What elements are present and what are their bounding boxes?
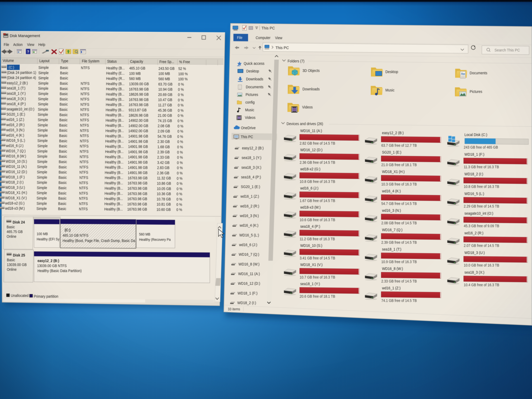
svg-text:SG20_1 (E:): SG20_1 (E:) (382, 150, 401, 154)
svg-text:Computer: Computer (256, 36, 271, 40)
svg-text:Basic: Basic (6, 225, 15, 229)
svg-text:NTFS: NTFS (79, 181, 88, 185)
svg-text:14902.00 GB: 14902.00 GB (128, 129, 148, 133)
svg-text:wd16_4 (K:): wd16_4 (K:) (382, 189, 401, 193)
svg-text:Simple: Simple (37, 191, 47, 195)
svg-text:NTFS: NTFS (79, 170, 88, 174)
svg-text:NTFS: NTFS (81, 81, 90, 86)
svg-text:WD18_X1 (V:): WD18_X1 (V:) (5, 196, 27, 200)
svg-text:View: View (27, 42, 34, 47)
svg-text:NTFS: NTFS (80, 123, 89, 127)
svg-text:0 %: 0 % (178, 108, 184, 113)
svg-text:OneDrive: OneDrive (241, 126, 256, 130)
svg-text:3D Objects: 3D Objects (302, 68, 320, 73)
svg-text:0 %: 0 % (177, 150, 183, 154)
svg-text:Healthy (B...: Healthy (B... (105, 134, 124, 138)
svg-text:NTFS: NTFS (81, 92, 89, 96)
svg-text:10.8 GB free of 16.3 TB: 10.8 GB free of 16.3 TB (300, 179, 335, 184)
svg-text:Search This PC: Search This PC (494, 48, 520, 52)
svg-text:wd16_2 (R:): wd16_2 (R:) (464, 231, 483, 235)
svg-text:wd16_3 (N:): wd16_3 (N:) (240, 213, 259, 218)
svg-text:NTFS: NTFS (81, 66, 90, 70)
svg-text:0 %: 0 % (178, 82, 184, 86)
svg-text:1.67 GB free of 14.5 TB: 1.67 GB free of 14.5 TB (300, 198, 335, 203)
svg-text:10.94 GB: 10.94 GB (158, 87, 172, 91)
svg-text:(C:): (C:) (9, 65, 14, 70)
svg-text:Simple: Simple (38, 102, 48, 106)
svg-text:11.3 GB free of 16.3 TB: 11.3 GB free of 16.3 TB (464, 165, 499, 169)
svg-text:16763.98 GB: 16763.98 GB (129, 102, 148, 107)
svg-text:sea18_1 (Y:): sea18_1 (Y:) (300, 281, 320, 286)
svg-text:Disk 24: Disk 24 (13, 220, 25, 224)
svg-text:NTFS: NTFS (80, 133, 89, 138)
svg-text:NTFS: NTFS (81, 87, 89, 91)
svg-text:Basic: Basic (59, 133, 67, 138)
svg-text:Basic: Basic (59, 165, 67, 169)
svg-text:0 %: 0 % (177, 129, 183, 133)
svg-text:Disk 25: Disk 25 (13, 253, 25, 257)
svg-text:Local Disk (C:): Local Disk (C:) (464, 132, 487, 137)
svg-text:Simple: Simple (37, 175, 47, 179)
svg-text:SG20_1 (E:): SG20_1 (E:) (241, 184, 260, 189)
svg-text:Healthy (B...: Healthy (B... (104, 202, 123, 206)
svg-text:Simple: Simple (37, 185, 47, 190)
svg-text:14901.98 GB: 14901.98 GB (128, 139, 148, 144)
svg-text:sea18_1 (T:): sea18_1 (T:) (382, 247, 401, 251)
svg-text:WD16_12 (D:): WD16_12 (D:) (238, 281, 260, 285)
svg-text:2.33 GB: 2.33 GB (157, 155, 170, 159)
svg-text:0 %: 0 % (176, 202, 182, 207)
svg-text:WD18_1 (F:): WD18_1 (F:) (464, 152, 484, 157)
svg-text:Volume: Volume (3, 58, 14, 63)
svg-text:Basic: Basic (59, 144, 67, 148)
svg-text:Healthy (B...: Healthy (B... (105, 176, 123, 180)
svg-text:0 %: 0 % (177, 187, 182, 191)
svg-text:Basic: Basic (58, 201, 66, 206)
svg-text:52 %: 52 % (178, 66, 186, 71)
svg-text:config: config (245, 100, 254, 104)
svg-text:16763.98 GB: 16763.98 GB (127, 191, 147, 196)
svg-text:Action: Action (13, 42, 23, 47)
svg-text:11.27 GB: 11.27 GB (158, 103, 172, 107)
svg-text:NTFS: NTFS (80, 160, 89, 164)
svg-text:File: File (4, 42, 9, 47)
svg-text:18626.98 GB: 18626.98 GB (128, 113, 148, 117)
svg-text:Healthy (B...: Healthy (B... (106, 118, 124, 122)
svg-text:16763.98 GB: 16763.98 GB (127, 207, 147, 211)
svg-text:A: A (461, 72, 463, 76)
svg-text:14901.98 GB: 14901.98 GB (128, 134, 148, 138)
svg-text:Videos: Videos (302, 105, 313, 109)
svg-text:11.32 GB: 11.32 GB (157, 176, 171, 180)
svg-text:16763.98 GB: 16763.98 GB (129, 87, 149, 91)
svg-text:Music: Music (245, 108, 254, 112)
svg-text:Documents: Documents (246, 85, 263, 89)
svg-text:18626.98 GB: 18626.98 GB (129, 92, 149, 96)
svg-text:21.00 GB: 21.00 GB (158, 113, 172, 118)
svg-text:SG20_1 (E:): SG20_1 (E:) (6, 112, 25, 116)
svg-text:sea18_4 (P:): sea18_4 (P:) (300, 224, 320, 228)
svg-text:0 %: 0 % (178, 87, 184, 92)
svg-text:2.83 GB: 2.83 GB (157, 165, 170, 170)
svg-text:WD18_2 (I:): WD18_2 (I:) (237, 300, 256, 305)
svg-text:0 %: 0 % (177, 113, 184, 118)
svg-text:10.0 GB free of 16.3 TB: 10.0 GB free of 16.3 TB (464, 263, 499, 267)
svg-text:2.07 GB free of 14.5 TB: 2.07 GB free of 14.5 TB (464, 243, 499, 248)
svg-text:Healthy (B...: Healthy (B... (106, 87, 124, 91)
svg-text:?: ? (27, 49, 29, 54)
svg-text:Healthy (B...: Healthy (B... (105, 170, 123, 175)
svg-text:10.05 GB: 10.05 GB (157, 186, 171, 191)
svg-text:WD16_10 (S:): WD16_10 (S:) (300, 243, 322, 248)
svg-text:wd16_1 (Z:): wd16_1 (Z:) (241, 194, 259, 198)
svg-text:sea18_1 (Y:): sea18_1 (Y:) (242, 155, 261, 160)
svg-text:Healthy (B...: Healthy (B... (104, 196, 123, 201)
svg-text:14901.98 GB: 14901.98 GB (128, 155, 148, 159)
svg-text:wd16_1 (Z:): wd16_1 (Z:) (382, 286, 401, 290)
svg-text:54.7 GB free of 14.5 TB: 54.7 GB free of 14.5 TB (381, 201, 417, 206)
svg-text:100 MB: 100 MB (158, 71, 170, 76)
svg-text:Healthy (B...: Healthy (B... (105, 139, 124, 143)
svg-text:45.36 GB: 45.36 GB (158, 108, 172, 112)
svg-text:9313.87 GB: 9313.87 GB (129, 108, 147, 112)
svg-text:NTFS: NTFS (80, 118, 89, 122)
svg-text:Pictures: Pictures (246, 92, 258, 97)
svg-text:Online: Online (7, 267, 17, 272)
svg-text:Basic: Basic (60, 86, 68, 91)
